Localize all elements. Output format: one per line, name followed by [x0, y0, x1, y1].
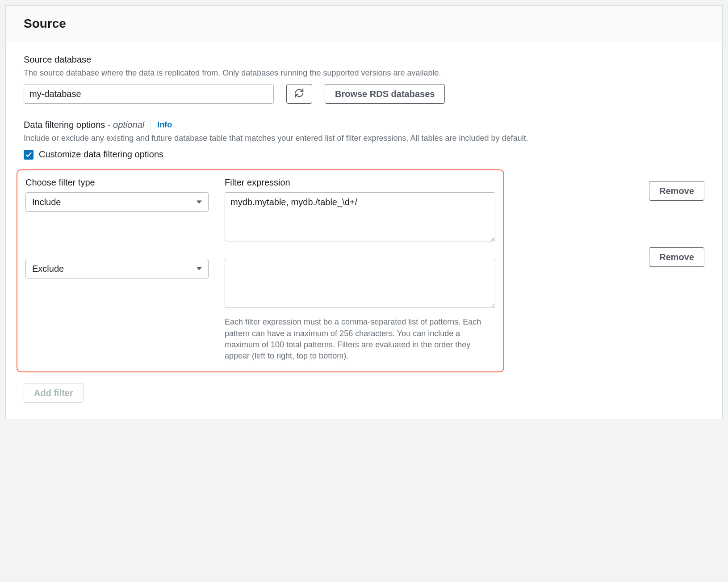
info-link[interactable]: Info: [157, 120, 172, 130]
filter-row: Exclude Each filter expression must be a…: [25, 259, 495, 362]
filter-expression-help: Each filter expression must be a comma-s…: [225, 316, 495, 362]
add-filter-button[interactable]: Add filter: [24, 383, 84, 403]
remove-filter-button[interactable]: Remove: [649, 247, 704, 267]
filter-type-select-wrap: Exclude: [25, 259, 209, 278]
filter-type-select-wrap: Include: [25, 192, 209, 212]
filter-type-select[interactable]: Include: [25, 192, 209, 212]
source-database-description: The source database where the data is re…: [24, 67, 704, 79]
filters-highlight-box: Choose filter type Filter expression Inc…: [17, 169, 504, 372]
remove-filter-button[interactable]: Remove: [649, 181, 704, 201]
filter-expression-textarea[interactable]: [225, 259, 495, 308]
source-database-label: Source database: [24, 55, 704, 65]
customize-checkbox-label[interactable]: Customize data filtering options: [39, 149, 163, 160]
source-database-section: Source database The source database wher…: [24, 55, 704, 104]
data-filtering-section: Data filtering options - optional Info I…: [24, 120, 704, 403]
filter-expression-header: Filter expression: [225, 177, 495, 188]
data-filtering-description: Include or exclude any existing and futu…: [24, 133, 704, 144]
filters-outer-row: Choose filter type Filter expression Inc…: [24, 160, 704, 372]
choose-filter-type-header: Choose filter type: [25, 177, 209, 188]
data-filtering-label: Data filtering options - optional: [24, 120, 144, 130]
filter-type-select[interactable]: Exclude: [25, 259, 209, 278]
customize-checkbox[interactable]: [24, 150, 33, 160]
source-database-input[interactable]: [24, 84, 274, 104]
refresh-button[interactable]: [286, 84, 312, 104]
filter-expression-textarea[interactable]: [225, 192, 495, 241]
check-icon: [25, 151, 32, 158]
panel-body: Source database The source database wher…: [6, 42, 722, 419]
data-filtering-label-row: Data filtering options - optional Info: [24, 120, 704, 130]
panel-title: Source: [24, 17, 704, 31]
refresh-icon: [294, 88, 304, 100]
filter-headers: Choose filter type Filter expression: [25, 177, 495, 192]
optional-text: - optional: [108, 120, 144, 130]
browse-rds-button[interactable]: Browse RDS databases: [325, 84, 445, 104]
panel-header: Source: [6, 6, 722, 42]
remove-buttons-column: Remove Remove: [649, 160, 704, 267]
source-panel: Source Source database The source databa…: [5, 5, 723, 419]
source-database-row: Browse RDS databases: [24, 84, 704, 104]
filter-row: Include: [25, 192, 495, 244]
label-divider: [151, 120, 151, 130]
customize-checkbox-row: Customize data filtering options: [24, 149, 704, 160]
add-filter-wrap: Add filter: [24, 383, 704, 403]
